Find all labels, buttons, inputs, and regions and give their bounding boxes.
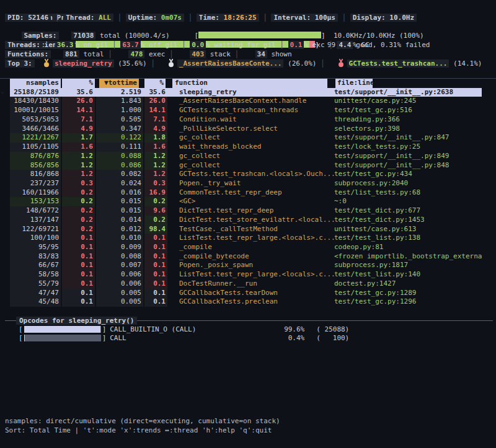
table-row[interactable]: 153/1530.20.0150.2<GC>~:0: [10, 197, 482, 206]
table-row[interactable]: 856/8561.20.0861.2gc_collecttest/support…: [10, 161, 482, 170]
pct-direct-cell: 1.7: [62, 133, 95, 143]
table-row[interactable]: 83/830.10.0080.1_compile_bytecode<frozen…: [10, 252, 482, 261]
threads-label: Threads:: [5, 41, 43, 49]
function-cell: DocTestRunner.__run: [169, 279, 334, 289]
title-line: Tachyon Profiler: [0, 4, 496, 14]
tottime-cell: 2.519: [96, 88, 143, 97]
pct-direct-cell: 0.1: [62, 289, 95, 298]
pct-cumulative-cell: 1.8: [144, 133, 167, 143]
pct-direct-cell: 0.2: [62, 216, 95, 225]
file-cell: test/test_list.py:140: [334, 270, 482, 279]
opcode-name: CALL: [106, 334, 237, 343]
separator: │: [104, 50, 117, 58]
header-pct-cumulative[interactable]: %: [144, 79, 166, 88]
separator: │: [51, 14, 63, 22]
function-cell: _PollLikeSelector.select: [169, 125, 334, 134]
nsamples-cell: 55/79: [10, 279, 61, 289]
function-stat-unit: shown: [267, 50, 292, 58]
opcode-count: ( 100): [304, 334, 349, 343]
header-file-line[interactable]: file:line: [335, 79, 373, 88]
opcodes-list: []CALL_BUILTIN_O (CALL)99.6%( 25088)[]CA…: [0, 325, 496, 343]
pct-direct-cell: 0.1: [62, 261, 95, 270]
opcode-bar-open: [: [19, 334, 23, 343]
table-row[interactable]: 1105/11051.60.1111.6wait_threads_blocked…: [10, 143, 482, 152]
top-function-pct: (35.6%): [114, 59, 147, 68]
table-row-selected[interactable]: ►25188/2518935.62.51935.6sleeping_retryt…: [10, 88, 482, 97]
table-row[interactable]: 10001/1001514.11.00014.1GCTests.test_tra…: [10, 106, 482, 115]
file-cell: threading.py:366: [334, 115, 482, 125]
function-cell: DictTest.test_repr_deep: [169, 206, 334, 216]
opcode-bar: [24, 326, 101, 333]
function-cell: GCTests.test_trashcan_threads: [169, 106, 334, 115]
nsamples-cell: 66/67: [10, 261, 61, 270]
top-function-pct: (26.0%): [283, 59, 316, 68]
function-stat-value: 881: [63, 50, 79, 58]
gold-medal-icon: [43, 59, 50, 68]
tottime-cell: 0.088: [96, 152, 143, 161]
pct-cumulative-cell: 1.6: [144, 143, 167, 152]
file-cell: test/test_gc.py:1289: [334, 289, 482, 298]
header-tottime-sorted[interactable]: ▼tottime: [99, 79, 139, 88]
function-cell: Popen._try_wait: [169, 179, 334, 188]
pct-direct-cell: 1.2: [62, 170, 95, 179]
table-row[interactable]: 66/670.10.0070.1Popen._posix_spawnsubpro…: [10, 261, 482, 270]
table-row[interactable]: 1221/12671.70.1221.8gc_collecttest/suppo…: [10, 133, 482, 143]
table-row[interactable]: 45/480.10.0050.1GCCallbackTests.preclean…: [10, 297, 482, 307]
file-cell: unittest/case.py:245: [334, 97, 482, 106]
table-row[interactable]: 55/790.10.0060.1DocTestRunner.__rundocte…: [10, 279, 482, 289]
threads-line: Threads: 36.3% on gil │ 63.7% off gil │ …: [0, 41, 496, 50]
header-pct-direct[interactable]: %: [62, 79, 95, 88]
table-row[interactable]: 137/1470.20.0140.2DictTest.test_store_ev…: [10, 216, 482, 225]
table-row[interactable]: 237/2370.30.0240.3Popen._try_waitsubproc…: [10, 179, 482, 188]
separator: │: [165, 50, 177, 58]
nsamples-cell: 160/11966: [10, 188, 61, 198]
pct-direct-cell: 0.3: [62, 179, 95, 188]
table-row[interactable]: 18430/1843026.01.84326.0_AssertRaisesBas…: [10, 97, 482, 106]
pct-cumulative-cell: 0.2: [144, 216, 167, 225]
info-value: 0m07s: [161, 14, 182, 22]
function-cell: Condition.wait: [169, 115, 334, 125]
nsamples-cell: 95/95: [10, 243, 61, 252]
table-row[interactable]: 876/8761.20.0881.2gc_collecttest/support…: [10, 152, 482, 161]
file-cell: test/lock_tests.py:25: [334, 143, 482, 152]
separator: │: [338, 14, 350, 22]
tottime-cell: 1.000: [96, 106, 143, 115]
file-cell: subprocess.py:2040: [334, 179, 482, 188]
function-cell: ListTest.test_repr_large.<locals>.c...: [169, 234, 334, 243]
table-row[interactable]: 160/119660.20.01616.9CommonTest.test_rep…: [10, 188, 482, 198]
separator: │: [184, 14, 197, 22]
thread-stat-value: 4.4: [337, 41, 353, 49]
nsamples-cell: 237/237: [10, 179, 61, 188]
header-function[interactable]: function: [172, 79, 327, 88]
table-row[interactable]: 95/950.10.0090.1_compilecodeop.py:81: [10, 243, 482, 252]
pct-cumulative-cell: 4.9: [144, 125, 167, 134]
function-cell: TestCase._callTestMethod: [169, 225, 334, 234]
tottime-cell: 0.005: [96, 289, 143, 298]
table-row[interactable]: 100/1000.10.0100.1ListTest.test_repr_lar…: [10, 234, 482, 243]
header-nsamples[interactable]: nsamples: [10, 79, 61, 88]
tottime-cell: 0.015: [96, 206, 143, 216]
file-cell: test/support/__init__.py:849: [334, 152, 482, 161]
table-row[interactable]: 122/697210.20.01298.4TestCase._callTestM…: [10, 225, 482, 234]
tottime-cell: 0.014: [96, 216, 143, 225]
functions-label: Functions:: [5, 50, 51, 58]
table-row[interactable]: 3466/34664.90.3474.9_PollLikeSelector.se…: [10, 125, 482, 134]
nsamples-cell: 58/58: [10, 270, 61, 279]
file-cell: test/list_tests.py:68: [334, 188, 482, 198]
table-row[interactable]: 148/67720.20.0159.6DictTest.test_repr_de…: [10, 206, 482, 216]
pct-direct-cell: 1.6: [62, 143, 95, 152]
separator: │: [259, 14, 272, 22]
table-row[interactable]: 5053/50537.10.5057.1Condition.waitthread…: [10, 115, 482, 125]
table-row[interactable]: 58/580.10.0060.1ListTest.test_repr_large…: [10, 270, 482, 279]
info-label: Time:: [199, 14, 224, 22]
thread-stat-value: 0.1: [288, 41, 304, 49]
pct-cumulative-cell: 0.1: [144, 261, 167, 270]
pct-direct-cell: 35.6: [62, 88, 95, 97]
tottime-cell: 0.347: [96, 125, 143, 134]
tottime-cell: 0.086: [96, 161, 143, 170]
nsamples-cell: 856/856: [10, 161, 61, 170]
pct-direct-cell: 0.1: [62, 252, 95, 261]
table-row[interactable]: 47/470.10.0050.1GCCallbackTests.tearDown…: [10, 289, 482, 298]
table-row[interactable]: 816/8681.20.0821.2GCTests.test_trashcan.…: [10, 170, 482, 179]
silver-medal-icon: [167, 59, 175, 68]
